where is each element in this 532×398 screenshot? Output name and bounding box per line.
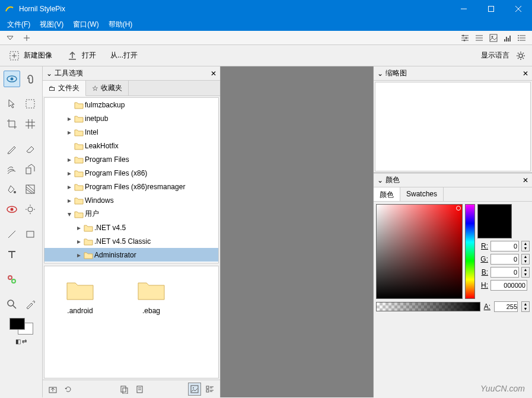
chevron-down-icon[interactable]: ⌄	[377, 176, 383, 184]
spinner[interactable]: ▲▼	[521, 254, 530, 265]
image-icon[interactable]	[487, 31, 500, 44]
list-icon[interactable]	[515, 31, 528, 44]
spinner[interactable]: ▲▼	[521, 241, 530, 251]
tree-item[interactable]: LeakHotfix	[44, 139, 218, 152]
paste-icon[interactable]	[133, 383, 146, 396]
chevron-down-icon[interactable]: ⌄	[46, 69, 52, 78]
tree-item[interactable]: ▸Program Files (x86)resmanager	[44, 180, 218, 193]
text-tool[interactable]	[4, 246, 20, 263]
zoom-tool[interactable]	[4, 296, 20, 313]
tree-item[interactable]: ▸.NET v4.5 Classic	[44, 234, 218, 248]
tab-favorites[interactable]: ☆收藏夹	[86, 81, 129, 95]
svg-rect-19	[508, 38, 509, 42]
marquee-tool[interactable]	[22, 95, 39, 112]
link-tool[interactable]	[4, 271, 20, 288]
close-thumb-icon[interactable]: ✕	[523, 69, 528, 78]
crop-tool[interactable]	[4, 116, 20, 132]
dropdown-icon[interactable]	[4, 31, 17, 44]
plus-icon[interactable]	[20, 31, 33, 44]
r-input[interactable]	[490, 241, 519, 251]
folder-tree[interactable]: fulmzbackup▸inetpub▸IntelLeakHotfix▸Prog…	[44, 97, 219, 263]
alpha-input[interactable]	[494, 301, 518, 312]
tab-swatches[interactable]: Swatches	[400, 187, 444, 201]
open-icon	[66, 50, 78, 62]
settings-button[interactable]	[514, 49, 527, 62]
tree-item[interactable]: ▸Administrator	[44, 248, 218, 262]
rect-tool[interactable]	[22, 226, 39, 243]
spinner[interactable]: ▲▼	[521, 267, 530, 278]
tab-folder[interactable]: 🗀文件夹	[43, 81, 86, 96]
b-input[interactable]	[490, 267, 519, 278]
brush-tool[interactable]	[4, 161, 20, 177]
attach-tool[interactable]	[22, 71, 39, 87]
canvas-area	[221, 66, 373, 397]
refresh-icon[interactable]	[62, 383, 75, 396]
open-button[interactable]: 打开	[63, 47, 100, 64]
pattern-tool[interactable]	[22, 181, 39, 198]
pencil-tool[interactable]	[4, 141, 20, 157]
show-language-label[interactable]: 显示语言	[481, 50, 509, 61]
swap-swatch[interactable]: ◧ ⇄	[0, 338, 42, 345]
view-grid-icon[interactable]	[188, 383, 201, 396]
g-input[interactable]	[490, 254, 519, 265]
clone-tool[interactable]	[22, 161, 39, 177]
svg-point-67	[193, 387, 194, 389]
tree-item[interactable]: ▸Program Files	[44, 152, 218, 166]
menu-view[interactable]: 视图(V)	[35, 18, 68, 31]
thumb-item[interactable]: .android	[50, 278, 110, 315]
light-tool[interactable]	[22, 201, 39, 218]
new-image-button[interactable]: 新建图像	[5, 47, 56, 64]
color-swatch[interactable]	[9, 318, 33, 335]
chevron-down-icon[interactable]: ⌄	[377, 69, 383, 78]
svg-point-31	[519, 54, 523, 58]
tree-item[interactable]: ▸inetpub	[44, 112, 218, 125]
svg-point-26	[518, 40, 519, 41]
eyedropper-tool[interactable]	[22, 296, 39, 313]
menu-help[interactable]: 帮助(H)	[104, 18, 138, 31]
svg-point-57	[12, 279, 15, 283]
close-color-icon[interactable]: ✕	[523, 176, 528, 184]
sliders-icon[interactable]	[458, 31, 472, 44]
tree-item[interactable]: ▸Intel	[44, 125, 218, 139]
menu-window[interactable]: 窗口(W)	[68, 18, 103, 31]
pointer-tool[interactable]	[4, 95, 20, 112]
saturation-value-picker[interactable]	[376, 204, 463, 299]
color-title: 颜色	[386, 175, 400, 185]
svg-point-46	[10, 208, 13, 211]
adjust-icon[interactable]	[473, 31, 486, 44]
redeye-tool[interactable]	[4, 201, 20, 218]
line-tool[interactable]	[4, 226, 20, 243]
histogram-icon[interactable]	[501, 31, 514, 44]
menu-file[interactable]: 文件(F)	[2, 18, 35, 31]
toolbar2: 新建图像 打开 从...打开 显示语言	[0, 45, 532, 66]
svg-line-59	[13, 305, 16, 308]
svg-rect-39	[26, 168, 31, 174]
thumbnail-preview	[375, 82, 531, 171]
bucket-tool[interactable]	[4, 181, 20, 198]
tree-item[interactable]: ▸Program Files (x86)	[44, 166, 218, 180]
tree-item[interactable]: fulmzbackup	[44, 98, 218, 112]
tool-options-title: 工具选项	[55, 68, 83, 78]
tree-item[interactable]: ▸Windows	[44, 193, 218, 207]
alpha-slider[interactable]	[376, 302, 480, 311]
close-panel-icon[interactable]: ✕	[211, 69, 216, 78]
minimize-button[interactable]	[450, 0, 477, 18]
open-from-button[interactable]: 从...打开	[107, 48, 141, 63]
grid-tool[interactable]	[22, 116, 39, 132]
blank-tool	[22, 246, 39, 263]
hex-input[interactable]	[490, 280, 527, 291]
maximize-button[interactable]	[477, 0, 505, 18]
up-folder-icon[interactable]	[46, 383, 59, 396]
folder-icon	[137, 278, 165, 302]
tree-item[interactable]: ▾用户	[44, 207, 218, 221]
tab-color[interactable]: 颜色	[374, 187, 400, 201]
copy-icon[interactable]	[117, 383, 130, 396]
eye-tool[interactable]	[4, 71, 20, 87]
hue-slider[interactable]	[465, 204, 475, 299]
thumb-item[interactable]: .ebag	[122, 278, 181, 315]
eraser-tool[interactable]	[22, 141, 39, 157]
spinner[interactable]: ▲▼	[521, 301, 530, 312]
close-button[interactable]	[505, 0, 532, 18]
tree-item[interactable]: ▸.NET v4.5	[44, 221, 218, 234]
view-list-icon[interactable]	[203, 383, 216, 396]
